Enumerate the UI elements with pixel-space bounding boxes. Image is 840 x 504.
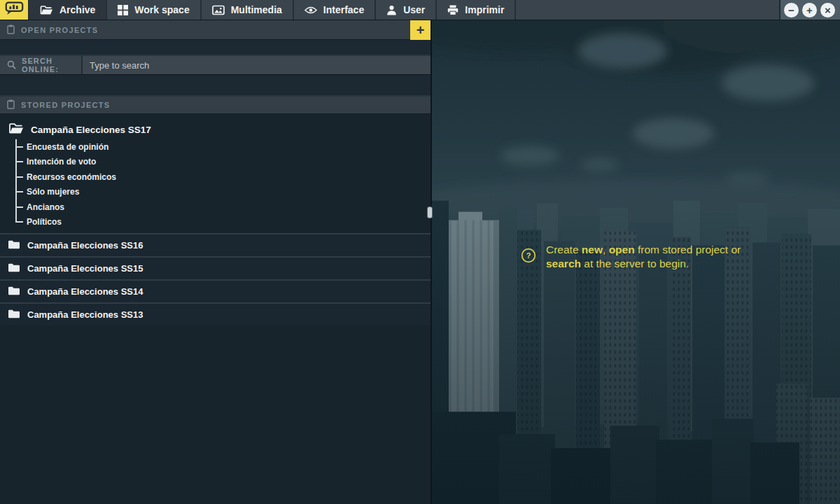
folder-icon: [8, 239, 20, 251]
folder-label: Campaña Elecciones SS16: [27, 240, 143, 251]
tree-children: Encuesta de opinión Intención de voto Re…: [15, 139, 430, 230]
tree-root-campana-ss17[interactable]: Campaña Elecciones SS17: [8, 120, 430, 139]
open-projects-title: OPEN PROJECTS: [21, 26, 98, 34]
stored-folder-ss15[interactable]: Campaña Elecciones SS15: [0, 256, 430, 279]
stored-folder-ss16[interactable]: Campaña Elecciones SS16: [0, 233, 430, 256]
tree-item[interactable]: Políticos: [15, 215, 430, 230]
image-icon: [212, 5, 225, 15]
clipboard-icon: [7, 24, 15, 36]
menu-label: Imprimir: [465, 4, 504, 15]
tree-item[interactable]: Recursos económicos: [15, 169, 430, 185]
content-area: OPEN PROJECTS + SERCH ONLINE:: [0, 20, 840, 504]
workspace-preview-panel: ? Create new, open from stored project o…: [432, 20, 840, 504]
projects-sidebar: OPEN PROJECTS + SERCH ONLINE:: [0, 20, 432, 504]
topbar-spacer: [514, 0, 779, 20]
folder-icon: [8, 286, 20, 298]
top-menu-bar: Archive Work space Multim: [0, 0, 840, 20]
app-logo[interactable]: [0, 0, 28, 20]
application-window: Archive Work space Multim: [0, 0, 840, 504]
svg-text:?: ?: [526, 251, 531, 260]
stored-projects-header: STORED PROJECTS: [0, 97, 430, 114]
minimize-button[interactable]: −: [784, 3, 799, 18]
stored-folder-ss14[interactable]: Campaña Elecciones SS14: [0, 279, 430, 302]
help-line-1: Create new, open from stored project or: [546, 243, 812, 257]
stored-projects-title: STORED PROJECTS: [21, 101, 111, 109]
tree-item[interactable]: Ancianos: [15, 200, 430, 215]
tree-item[interactable]: Intención de voto: [15, 155, 430, 170]
menu-interface[interactable]: Interface: [293, 0, 374, 20]
chat-stats-logo-icon: [4, 0, 24, 20]
sidebar-empty-area: [0, 326, 430, 504]
panel-resize-handle[interactable]: [427, 206, 433, 218]
menu-label: Archive: [59, 4, 95, 15]
folder-label: Campaña Elecciones SS13: [27, 309, 143, 320]
search-icon: [7, 60, 16, 71]
menu-label: User: [403, 4, 425, 15]
stored-folder-ss13[interactable]: Campaña Elecciones SS13: [0, 302, 430, 326]
search-results-empty-area: [0, 75, 430, 97]
open-projects-header: OPEN PROJECTS +: [0, 20, 430, 40]
eye-icon: [304, 6, 317, 15]
help-line-2: search at the server to begin.: [546, 257, 812, 271]
search-online-label: SERCH ONLINE:: [22, 57, 81, 74]
folder-label: Campaña Elecciones SS14: [27, 286, 143, 297]
folder-open-icon: [8, 122, 24, 136]
tree-item[interactable]: Encuesta de opinión: [15, 139, 430, 155]
folder-icon: [8, 309, 20, 321]
tree-root-label: Campaña Elecciones SS17: [31, 125, 151, 135]
project-tree: Campaña Elecciones SS17 Encuesta de opin…: [0, 114, 430, 233]
menu-label: Work space: [134, 4, 189, 15]
folder-label: Campaña Elecciones SS15: [27, 263, 143, 274]
menu-multimedia[interactable]: Multimedia: [200, 0, 293, 20]
maximize-button[interactable]: +: [802, 3, 817, 18]
search-online-row: SERCH ONLINE:: [0, 56, 430, 75]
menu-workspace[interactable]: Work space: [106, 0, 200, 20]
menu-imprimir[interactable]: Imprimir: [435, 0, 514, 20]
search-online-label-area: SERCH ONLINE:: [0, 56, 83, 74]
menu-label: Multimedia: [231, 4, 282, 15]
open-projects-empty-area: [0, 40, 430, 56]
folder-icon: [8, 262, 20, 274]
search-input[interactable]: [83, 56, 430, 74]
tree-item[interactable]: Sólo mujeres: [15, 185, 430, 200]
help-icon: ?: [521, 248, 536, 266]
clipboard-icon: [7, 99, 15, 111]
getting-started-hint: ? Create new, open from stored project o…: [521, 243, 812, 271]
add-project-button[interactable]: +: [410, 20, 430, 40]
printer-icon: [447, 5, 458, 15]
grid-icon: [118, 5, 128, 15]
user-icon: [386, 5, 397, 15]
help-text: Create new, open from stored project or …: [546, 243, 812, 271]
folder-open-icon: [40, 5, 53, 15]
menu-label: Interface: [323, 4, 364, 15]
close-button[interactable]: ×: [820, 3, 835, 18]
menu-archive[interactable]: Archive: [28, 0, 106, 20]
menu-user[interactable]: User: [374, 0, 435, 20]
window-controls: − + ×: [779, 0, 840, 20]
